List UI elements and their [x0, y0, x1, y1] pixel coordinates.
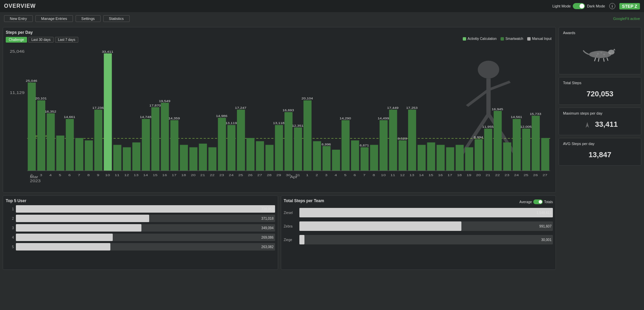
legend-manual-label: Manual Input: [532, 37, 552, 41]
team-panel-header: Total Steps per Team Average Totals: [284, 198, 553, 205]
bar-28[interactable]: [294, 127, 302, 171]
bar-38[interactable]: [389, 110, 397, 171]
bar-34[interactable]: [351, 140, 359, 171]
bar-18[interactable]: [199, 144, 207, 171]
team-bar-track-0: 1,548,611: [299, 208, 553, 217]
svg-text:4: 4: [49, 173, 52, 176]
bar-1[interactable]: [37, 100, 45, 171]
top5-bar-track-2: 349,094: [16, 224, 275, 232]
settings-button[interactable]: Settings: [76, 15, 101, 22]
bar-43[interactable]: [437, 145, 445, 171]
bar-41[interactable]: [418, 145, 426, 171]
bar-29[interactable]: [303, 100, 312, 171]
bar-23[interactable]: [246, 138, 254, 171]
legend-smartwatch-dot: [501, 37, 504, 41]
bar-36[interactable]: [370, 145, 378, 171]
bar-31[interactable]: [323, 146, 331, 171]
bar-20[interactable]: [218, 118, 226, 171]
bar-35[interactable]: [360, 147, 369, 171]
bar-7[interactable]: [94, 110, 102, 171]
theme-toggle[interactable]: [573, 3, 585, 9]
bar-8[interactable]: [104, 53, 112, 171]
bar-2[interactable]: [47, 113, 55, 171]
team-bar-fill-1: [299, 221, 462, 231]
bar-32[interactable]: [332, 150, 340, 171]
bar-47[interactable]: [475, 139, 483, 171]
top5-bar-value-4: 263,082: [261, 245, 273, 249]
filter-30days[interactable]: Last 30 days: [28, 37, 54, 43]
svg-text:24: 24: [514, 173, 519, 176]
bar-6[interactable]: [85, 140, 93, 171]
filter-7days[interactable]: Last 7 days: [55, 37, 78, 43]
info-icon[interactable]: ℹ: [609, 3, 615, 9]
top5-row-1: 2371,018: [6, 215, 275, 222]
statistics-button[interactable]: Statistics: [103, 15, 130, 22]
steps-per-day-panel: Steps per Day Challenge Last 30 days Las…: [3, 27, 556, 193]
svg-point-111: [596, 55, 597, 56]
bar-12[interactable]: [142, 119, 150, 171]
manage-entries-button[interactable]: Manage Entries: [35, 15, 73, 22]
svg-text:21: 21: [485, 173, 490, 176]
bar-10[interactable]: [123, 147, 131, 171]
top5-user-label-4: 5: [6, 245, 14, 249]
svg-point-4: [478, 61, 500, 78]
bar-46[interactable]: [465, 147, 473, 171]
max-steps-icon: [582, 119, 592, 129]
bar-30[interactable]: [313, 141, 321, 171]
bar-26[interactable]: [275, 125, 283, 171]
top5-row-4: 5263,082: [6, 243, 275, 251]
svg-text:22: 22: [495, 173, 500, 176]
bar-48[interactable]: [484, 129, 492, 171]
bar-17[interactable]: [189, 147, 197, 171]
bar-25[interactable]: [265, 145, 273, 171]
team-bars: Ziesel1,548,611Zebra991,607Ziege30,001: [284, 208, 553, 244]
bar-42[interactable]: [427, 142, 435, 171]
bar-40[interactable]: [408, 110, 416, 171]
bar-49[interactable]: [494, 111, 502, 171]
top5-bar-fill-1: [16, 215, 149, 222]
bar-50[interactable]: [503, 142, 511, 171]
bar-22[interactable]: [237, 110, 245, 171]
svg-text:18: 18: [457, 173, 462, 176]
bar-27[interactable]: [285, 112, 293, 171]
svg-text:11: 11: [115, 173, 119, 176]
bar-11[interactable]: [132, 142, 140, 171]
bar-5[interactable]: [75, 138, 83, 171]
bar-45[interactable]: [456, 145, 464, 171]
top5-row-2: 3349,094: [6, 224, 275, 232]
bar-39[interactable]: [399, 140, 407, 171]
bar-53[interactable]: [532, 116, 540, 171]
top5-bars: 1720,0532371,0183349,0944269,0865263,082: [6, 205, 275, 251]
bar-54[interactable]: [541, 138, 549, 171]
team-bar-fill-0: [299, 208, 553, 217]
team-steps-title: Total Steps per Team: [284, 198, 324, 203]
bar-15[interactable]: [170, 120, 179, 171]
svg-text:6: 6: [68, 173, 71, 176]
team-toggle-switch[interactable]: [533, 199, 543, 204]
svg-text:17: 17: [448, 173, 452, 176]
bar-9[interactable]: [113, 145, 122, 171]
bar-13[interactable]: [151, 107, 159, 171]
total-steps-panel: Total Steps 720,053: [559, 77, 641, 105]
bar-16[interactable]: [180, 145, 188, 171]
bar-24[interactable]: [256, 141, 264, 171]
svg-point-110: [603, 54, 605, 55]
bar-4[interactable]: [66, 119, 74, 171]
bar-52[interactable]: [522, 129, 530, 171]
top5-bar-fill-0: [16, 205, 275, 213]
bar-0[interactable]: [28, 82, 36, 171]
svg-marker-112: [586, 122, 589, 128]
bar-44[interactable]: [446, 147, 454, 171]
bar-51[interactable]: [513, 119, 521, 171]
legend-activity-dot: [463, 37, 466, 41]
bar-37[interactable]: [380, 120, 388, 171]
bar-33[interactable]: [342, 120, 350, 171]
bar-14[interactable]: [161, 103, 169, 171]
team-name-1: Zebra: [284, 224, 297, 228]
bar-3[interactable]: [56, 136, 64, 171]
new-entry-button[interactable]: New Entry: [4, 15, 33, 22]
filter-challenge[interactable]: Challenge: [6, 37, 27, 43]
svg-text:10: 10: [381, 173, 386, 176]
bar-19[interactable]: [208, 147, 216, 171]
bar-21[interactable]: [227, 125, 236, 171]
